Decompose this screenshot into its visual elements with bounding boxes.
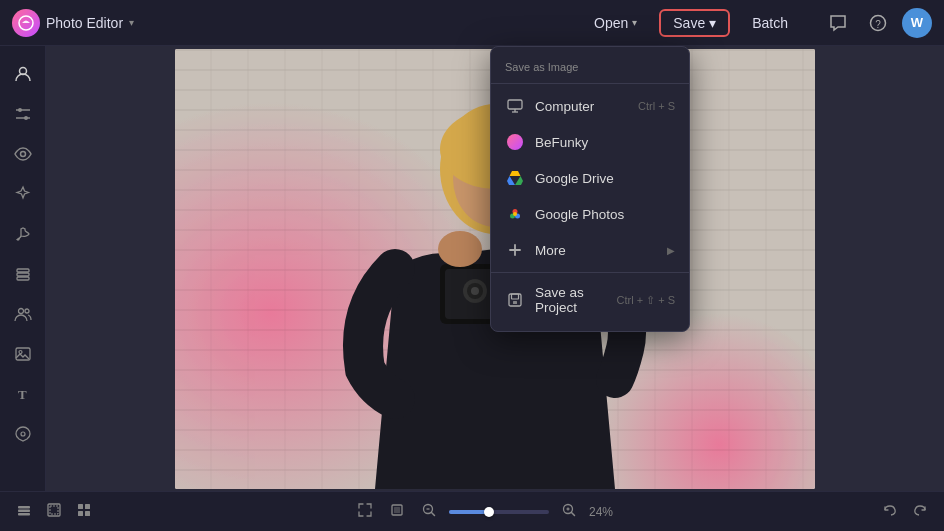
zoom-track	[449, 510, 489, 514]
left-sidebar: T	[0, 46, 46, 491]
sidebar-item-paint[interactable]	[5, 216, 41, 252]
app-logo-icon	[12, 9, 40, 37]
user-avatar[interactable]: W	[902, 8, 932, 38]
sidebar-item-people[interactable]	[5, 296, 41, 332]
save-project-label: Save as Project	[535, 285, 606, 315]
svg-rect-36	[78, 511, 83, 516]
bottombar-left	[12, 498, 96, 525]
menu-divider	[491, 272, 689, 273]
svg-rect-58	[513, 301, 517, 304]
open-chevron-icon: ▾	[632, 17, 637, 28]
svg-text:T: T	[18, 387, 27, 402]
svg-rect-35	[85, 504, 90, 509]
save-project-shortcut: Ctrl + ⇧ + S	[616, 294, 675, 307]
save-more-item[interactable]: More ▶	[491, 232, 689, 268]
sidebar-item-sticker[interactable]	[5, 416, 41, 452]
save-gdrive-item[interactable]: Google Drive	[491, 160, 689, 196]
svg-line-46	[572, 513, 575, 516]
computer-icon	[505, 96, 525, 116]
sidebar-item-layers[interactable]	[5, 256, 41, 292]
zoom-thumb	[484, 507, 494, 517]
svg-rect-10	[17, 273, 29, 276]
save-computer-shortcut: Ctrl + S	[638, 100, 675, 112]
bottombar-right	[878, 498, 932, 525]
grid-bottom-icon[interactable]	[72, 498, 96, 525]
svg-rect-31	[18, 513, 30, 516]
fullscreen-icon[interactable]	[385, 498, 409, 525]
logo-area[interactable]: Photo Editor ▾	[12, 9, 134, 37]
svg-rect-29	[18, 506, 30, 509]
zoom-percentage: 24%	[589, 505, 621, 519]
save-more-label: More	[535, 243, 657, 258]
svg-line-42	[432, 513, 435, 516]
svg-point-53	[513, 212, 517, 216]
sidebar-item-adjustments[interactable]	[5, 96, 41, 132]
svg-point-8	[20, 152, 25, 157]
save-computer-label: Computer	[535, 99, 628, 114]
save-dropdown-menu: Save as Image Computer Ctrl + S BeFunky	[490, 46, 690, 332]
app-title: Photo Editor	[46, 15, 123, 31]
sidebar-item-eye[interactable]	[5, 136, 41, 172]
redo-icon[interactable]	[908, 498, 932, 525]
zoom-slider[interactable]	[449, 510, 549, 514]
svg-point-27	[438, 231, 482, 267]
help-button[interactable]: ?	[862, 7, 894, 39]
fit-icon[interactable]	[353, 498, 377, 525]
befunky-icon	[505, 132, 525, 152]
svg-point-15	[19, 351, 22, 354]
svg-rect-33	[50, 506, 58, 514]
svg-rect-30	[18, 510, 30, 513]
save-befunky-item[interactable]: BeFunky	[491, 124, 689, 160]
zoom-in-icon[interactable]	[557, 498, 581, 525]
save-project-icon	[505, 290, 525, 310]
app-chevron-icon: ▾	[129, 17, 134, 28]
save-chevron-icon: ▾	[709, 15, 716, 31]
bottombar-center: 24%	[102, 498, 872, 525]
svg-point-17	[21, 432, 25, 436]
save-befunky-label: BeFunky	[535, 135, 675, 150]
save-gphotos-label: Google Photos	[535, 207, 675, 222]
open-button[interactable]: Open ▾	[580, 9, 651, 37]
svg-rect-11	[17, 277, 29, 280]
svg-rect-37	[85, 511, 90, 516]
comments-button[interactable]	[822, 7, 854, 39]
topbar: Photo Editor ▾ Open ▾ Save ▾ Batch ? W	[0, 0, 944, 46]
bottombar: 24%	[0, 491, 944, 531]
dropdown-header: Save as Image	[491, 55, 689, 84]
svg-point-7	[24, 116, 28, 120]
save-gdrive-label: Google Drive	[535, 171, 675, 186]
crop-bottom-icon[interactable]	[42, 498, 66, 525]
svg-rect-47	[508, 100, 522, 109]
zoom-out-icon[interactable]	[417, 498, 441, 525]
svg-rect-9	[17, 269, 29, 272]
svg-text:?: ?	[875, 18, 881, 29]
more-plus-icon	[505, 240, 525, 260]
layers-bottom-icon[interactable]	[12, 498, 36, 525]
svg-rect-34	[78, 504, 83, 509]
svg-point-25	[471, 287, 479, 295]
svg-rect-39	[394, 507, 400, 513]
sidebar-item-text[interactable]: T	[5, 376, 41, 412]
svg-rect-57	[512, 294, 519, 299]
save-project-item[interactable]: Save as Project Ctrl + ⇧ + S	[491, 277, 689, 323]
gdrive-icon	[505, 168, 525, 188]
sidebar-item-magic[interactable]	[5, 176, 41, 212]
svg-point-12	[18, 309, 23, 314]
more-chevron-icon: ▶	[667, 245, 675, 256]
gphotos-icon	[505, 204, 525, 224]
topbar-right: ? W	[822, 7, 932, 39]
svg-point-13	[25, 309, 29, 313]
batch-button[interactable]: Batch	[738, 9, 802, 37]
undo-icon[interactable]	[878, 498, 902, 525]
save-computer-item[interactable]: Computer Ctrl + S	[491, 88, 689, 124]
svg-point-5	[18, 108, 22, 112]
save-gphotos-item[interactable]: Google Photos	[491, 196, 689, 232]
sidebar-item-image[interactable]	[5, 336, 41, 372]
main-area: T	[0, 46, 944, 491]
save-button[interactable]: Save ▾	[659, 9, 730, 37]
sidebar-item-profile[interactable]	[5, 56, 41, 92]
